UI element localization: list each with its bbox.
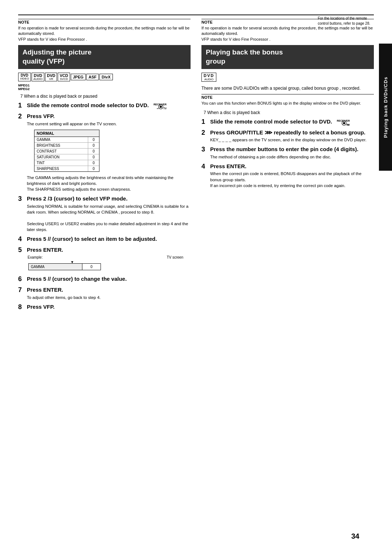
left-step-5-title: Press ENTER. <box>27 246 191 254</box>
vfp-row-gamma: GAMMA 0 <box>34 137 99 143</box>
right-note1-label: NOTE <box>201 94 374 100</box>
left-step-3-desc: Selecting NORMAL is suitable for normal … <box>27 203 191 232</box>
vfp-row-contrast: CONTRAST 0 <box>34 149 99 154</box>
right-step-2-title: Press GROUP/TITLE ⋙ repeatedly to select… <box>210 129 374 136</box>
svg-point-2 <box>160 106 162 108</box>
vfp-row-sharpness: SHARPNESS 0 <box>34 166 99 171</box>
left-step-6-title: Press 5 // (cursor) to change the value. <box>27 275 191 283</box>
badge-vcd-svcd: VCD SVCD <box>58 73 70 82</box>
format-badges: DVD VIDEO DVD AUDIO DVD VR VCD SVCD JPEG… <box>18 73 191 82</box>
badge-dvd-video: DVD VIDEO <box>18 73 31 81</box>
side-tab: Playing back DVDs/CDs <box>379 44 392 171</box>
right-step-4-desc: When the correct pin code is entered, BO… <box>210 171 374 188</box>
top-right-note: For the locations of the remote control … <box>318 15 370 26</box>
vfp-table: NORMAL GAMMA 0 BRIGHTNESS 0 CONTRAST 0 <box>34 130 99 172</box>
left-section-title: Adjusting the picture quality (VFP) <box>23 48 186 66</box>
right-column: NOTE If no operation is made for several… <box>201 19 374 314</box>
svg-text:RECEIVER: RECEIVER <box>154 103 167 106</box>
left-note-box: NOTE If no operation is made for several… <box>18 19 191 42</box>
page-number: 34 <box>351 532 359 540</box>
right-step-1: 1 Slide the remote control mode selector… <box>201 118 374 126</box>
left-note-label: NOTE <box>18 19 191 24</box>
right-step-4-title: Press ENTER. <box>210 163 374 170</box>
badge-dvd-vr: DVD VR <box>45 73 57 82</box>
left-step-3-title: Press 2 /3 (cursor) to select VFP mode. <box>27 195 191 202</box>
left-step-7-title: Press ENTER. <box>27 286 191 293</box>
left-step-1: 1 Slide the remote control mode selector… <box>18 102 191 110</box>
left-step-8: 8 Press VFP. <box>18 303 191 311</box>
right-intro-text: There are some DVD AUDIOs with a special… <box>201 85 374 92</box>
vfp-row-saturation: SATURATION 0 <box>34 154 99 160</box>
svg-point-7 <box>343 122 345 124</box>
left-step-1-title: Slide the remote control mode selector t… <box>27 102 191 110</box>
mpeg-badge: MPEG1MPEG2 <box>18 84 191 91</box>
when-disc-note: 7 When a disc is played back or paused <box>20 94 191 99</box>
right-top-note-text: If no operation is made for several seco… <box>201 25 374 42</box>
left-step-8-title: Press VFP. <box>27 303 191 311</box>
example-wrap: Example: TV screen ▼ GAMMA 0 <box>27 255 191 270</box>
right-step-4: 4 Press ENTER. When the correct pin code… <box>201 163 374 189</box>
badge-dvd-audio: DVD AUDIO <box>32 73 44 82</box>
main-columns: NOTE If no operation is made for several… <box>18 19 374 314</box>
example-table: GAMMA 0 <box>28 263 101 270</box>
vfp-row-brightness: BRIGHTNESS 0 <box>34 143 99 149</box>
right-section-header: Playing back the bonus group <box>201 45 374 69</box>
left-column: NOTE If no operation is made for several… <box>18 19 191 314</box>
left-step-5: 5 Press ENTER. Example: TV screen ▼ <box>18 246 191 273</box>
right-note1: NOTE You can use this function when BONU… <box>201 94 374 106</box>
example-row-gamma: GAMMA 0 <box>29 264 101 270</box>
left-step-3: 3 Press 2 /3 (cursor) to select VFP mode… <box>18 195 191 232</box>
gamma-desc: The GAMMA setting adjusts the brightness… <box>27 175 191 192</box>
left-step-4: 4 Press 5 // (cursor) to select an item … <box>18 235 191 243</box>
right-step-1-title: Slide the remote control mode selector t… <box>210 118 374 126</box>
right-note1-text: You can use this function when BONUS lig… <box>201 101 374 106</box>
right-step-3: 3 Press the number buttons to enter the … <box>201 146 374 160</box>
selector-icon-1: RECEIVER TV <box>153 102 168 110</box>
badge-jpeg: JPEG <box>71 74 86 80</box>
svg-text:RECEIVER: RECEIVER <box>337 119 350 122</box>
right-step-2: 2 Press GROUP/TITLE ⋙ repeatedly to sele… <box>201 129 374 143</box>
left-note-text: If no operation is made for several seco… <box>18 25 191 42</box>
right-step-3-title: Press the number buttons to enter the pi… <box>210 146 374 153</box>
left-step-2-desc: The current setting will appear on the T… <box>27 121 191 127</box>
dvd-audio-badge: DVD AUDIO <box>201 73 216 82</box>
badge-divx: DivX <box>99 74 113 80</box>
svg-text:TV: TV <box>163 107 167 110</box>
selector-icon-right-1: RECEIVER TV <box>336 118 352 126</box>
vfp-table-header: NORMAL <box>34 130 99 137</box>
left-step-7-desc: To adjust other items, go back to step 4… <box>27 295 191 300</box>
right-step-3-desc: The method of obtaining a pin code diffe… <box>210 154 374 160</box>
right-when-disc-note: 7 When a disc is played back <box>204 110 374 115</box>
left-step-2: 2 Press VFP. The current setting will ap… <box>18 113 191 192</box>
vfp-row-tint: TINT 0 <box>34 160 99 166</box>
right-step-2-desc: KEY_ _ _ _ appears on the TV screen, and… <box>210 137 374 143</box>
left-section-header: Adjusting the picture quality (VFP) <box>18 45 191 69</box>
right-section-title: Playing back the bonus group <box>206 48 369 66</box>
example-label-row: Example: TV screen <box>27 255 191 259</box>
badge-asf: ASF <box>86 74 99 80</box>
left-step-4-title: Press 5 // (cursor) to select an item to… <box>27 235 191 243</box>
left-step-7: 7 Press ENTER. To adjust other items, go… <box>18 286 191 300</box>
left-step-6: 6 Press 5 // (cursor) to change the valu… <box>18 275 191 283</box>
left-step-2-title: Press VFP. <box>27 113 191 120</box>
page-container: For the locations of the remote control … <box>0 0 392 555</box>
